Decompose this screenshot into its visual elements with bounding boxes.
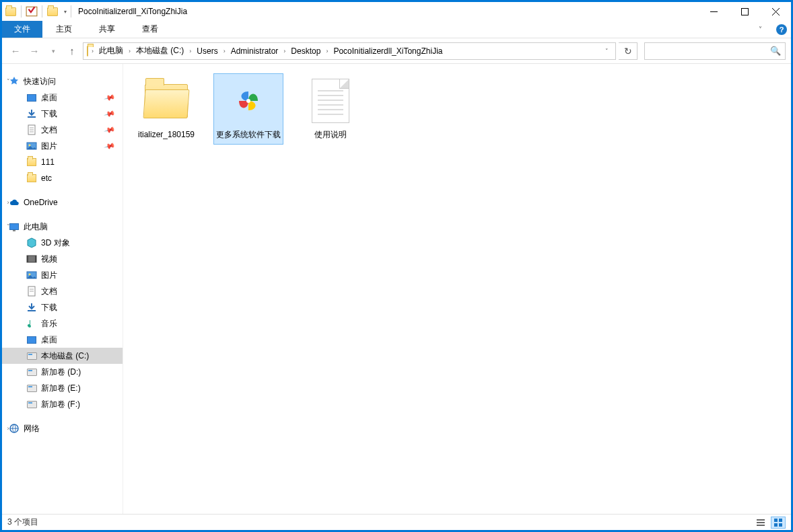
tree-item-drive-e[interactable]: 新加卷 (E:) — [2, 380, 123, 396]
refresh-button[interactable]: ↻ — [619, 42, 637, 60]
nav-forward-button[interactable]: → — [26, 43, 42, 59]
music-icon — [26, 318, 37, 329]
svg-rect-27 — [774, 519, 778, 522]
navigation-bar: ← → ▾ ↑ › 此电脑 › 本地磁盘 (C:) › Users › Admi… — [2, 38, 791, 64]
file-name: itializer_180159 — [137, 129, 196, 140]
tree-label: 新加卷 (F:) — [41, 399, 80, 410]
chevron-right-icon[interactable]: › — [90, 48, 96, 54]
tree-item-drive-f[interactable]: 新加卷 (F:) — [2, 396, 123, 412]
chevron-right-icon[interactable]: › — [127, 48, 133, 54]
tab-home[interactable]: 主页 — [42, 21, 85, 38]
separator — [42, 5, 42, 17]
expand-icon[interactable]: ˅ — [5, 78, 11, 85]
view-icons-button[interactable] — [771, 517, 786, 529]
folder-icon — [26, 157, 37, 167]
tree-label: 111 — [41, 157, 55, 167]
ribbon-collapse-icon[interactable]: ˅ — [748, 21, 772, 38]
quick-access-toolbar: ▾ — [2, 2, 74, 21]
file-name: 使用说明 — [313, 129, 348, 140]
tree-quick-access[interactable]: ˅ 快速访问 — [2, 73, 123, 89]
breadcrumb-segment[interactable]: Users — [193, 43, 221, 59]
tree-item-folder[interactable]: 111 — [2, 154, 123, 170]
tree-item-documents[interactable]: 文档 — [2, 283, 123, 299]
pin-icon: 📌 — [104, 108, 116, 120]
computer-icon — [9, 221, 20, 232]
file-list[interactable]: itializer_180159 更多系统软件下载 使用说明 — [123, 64, 791, 514]
tree-label: OneDrive — [24, 198, 58, 207]
expand-icon[interactable]: › — [5, 425, 11, 432]
search-input[interactable]: 🔍 — [644, 42, 786, 60]
address-history-dropdown[interactable]: ˅ — [599, 48, 614, 54]
svg-point-23 — [246, 99, 250, 103]
picture-icon — [26, 270, 37, 280]
tree-this-pc[interactable]: ˅ 此电脑 — [2, 219, 123, 235]
svg-rect-20 — [28, 310, 36, 311]
chevron-right-icon[interactable]: › — [281, 48, 287, 54]
chevron-right-icon[interactable]: › — [187, 48, 193, 54]
navigation-tree[interactable]: ˅ 快速访问 桌面📌 下载📌 文档📌 图片📌 111 etc › OneDriv… — [2, 64, 123, 514]
minimize-button[interactable] — [698, 2, 729, 21]
help-button[interactable]: ? — [772, 21, 791, 38]
properties-icon[interactable] — [26, 5, 38, 17]
tree-item-desktop[interactable]: 桌面 — [2, 332, 123, 348]
file-item-folder[interactable]: itializer_180159 — [131, 73, 201, 145]
tree-item-folder[interactable]: etc — [2, 170, 123, 186]
folder-icon[interactable] — [46, 5, 59, 17]
title-bar: ▾ PocoInitializerdll_XiTongZhiJia — [2, 2, 791, 21]
tab-share[interactable]: 共享 — [85, 21, 129, 38]
breadcrumb-segment[interactable]: Administrator — [228, 43, 282, 59]
view-details-button[interactable] — [753, 517, 768, 529]
address-bar[interactable]: › 此电脑 › 本地磁盘 (C:) › Users › Administrato… — [83, 42, 616, 60]
tree-item-downloads[interactable]: 下载📌 — [2, 106, 123, 122]
tree-item-drive-c[interactable]: 本地磁盘 (C:) — [2, 348, 123, 364]
drive-icon — [26, 350, 37, 361]
tree-item-music[interactable]: 音乐 — [2, 315, 123, 332]
tree-item-videos[interactable]: 视频 — [2, 251, 123, 267]
svg-rect-24 — [757, 519, 765, 521]
pin-icon: 📌 — [104, 124, 116, 136]
tree-item-pictures[interactable]: 图片 — [2, 267, 123, 283]
tree-item-3dobjects[interactable]: 3D 对象 — [2, 235, 123, 251]
tree-onedrive[interactable]: › OneDrive — [2, 194, 123, 211]
download-icon — [26, 108, 37, 119]
video-icon — [26, 254, 37, 264]
tree-item-pictures[interactable]: 图片📌 — [2, 138, 123, 154]
nav-recent-dropdown[interactable]: ▾ — [45, 43, 61, 59]
svg-rect-12 — [27, 256, 36, 262]
file-item-text[interactable]: 使用说明 — [296, 73, 366, 145]
close-button[interactable] — [760, 2, 791, 21]
tab-file[interactable]: 文件 — [2, 21, 42, 38]
tree-label: 下载 — [41, 302, 57, 313]
tree-item-documents[interactable]: 文档📌 — [2, 122, 123, 138]
tree-label: 网络 — [24, 423, 40, 434]
file-name: 更多系统软件下载 — [215, 129, 282, 140]
breadcrumb-segment[interactable]: 本地磁盘 (C:) — [133, 43, 187, 59]
folder-icon — [26, 173, 37, 184]
tree-item-desktop[interactable]: 桌面📌 — [2, 89, 123, 106]
breadcrumb-segment[interactable]: 此电脑 — [96, 43, 127, 59]
svg-rect-14 — [35, 256, 36, 262]
file-item-shortcut[interactable]: 更多系统软件下载 — [213, 73, 283, 145]
breadcrumb-segment[interactable]: Desktop — [287, 43, 324, 59]
nav-back-button[interactable]: ← — [7, 43, 24, 59]
tab-view[interactable]: 查看 — [129, 21, 172, 38]
document-icon — [26, 124, 37, 135]
maximize-button[interactable] — [729, 2, 760, 21]
tree-item-downloads[interactable]: 下载 — [2, 299, 123, 315]
chevron-right-icon[interactable]: › — [221, 48, 228, 54]
tree-label: 桌面 — [41, 92, 57, 104]
tree-label: 桌面 — [41, 334, 57, 346]
separator — [21, 5, 22, 17]
tree-label: 快速访问 — [24, 76, 56, 87]
qat-dropdown-icon[interactable]: ▾ — [64, 9, 67, 15]
tree-item-drive-d[interactable]: 新加卷 (D:) — [2, 364, 123, 380]
text-file-icon — [306, 77, 355, 125]
svg-rect-30 — [779, 523, 782, 527]
breadcrumb-segment[interactable]: PocoInitializerdll_XiTongZhiJia — [330, 43, 446, 59]
expand-icon[interactable]: › — [5, 199, 11, 206]
drive-icon — [26, 367, 37, 377]
svg-rect-13 — [27, 256, 28, 262]
nav-up-button[interactable]: ↑ — [64, 43, 80, 59]
tree-network[interactable]: › 网络 — [2, 420, 123, 436]
chevron-right-icon[interactable]: › — [324, 48, 330, 54]
